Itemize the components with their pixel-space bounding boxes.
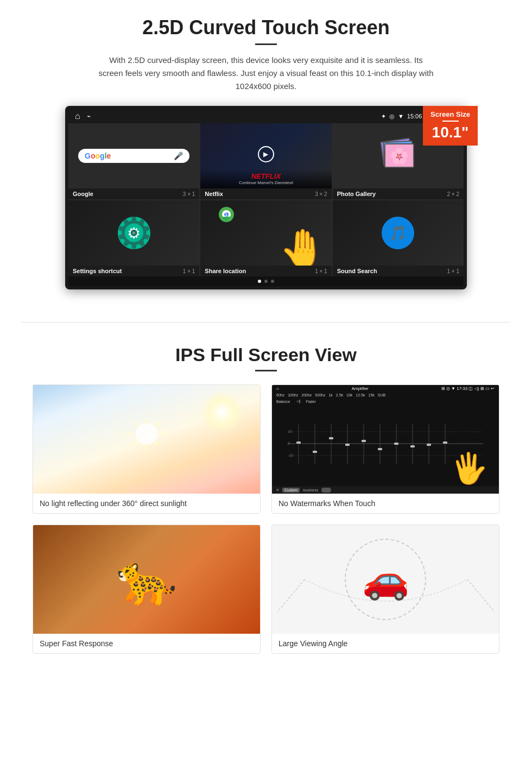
section-divider	[22, 322, 510, 323]
touch-hand-icon: 🖐	[449, 449, 489, 486]
status-bar: ⌂ ⌁ ✦ ◎ ▼ 15:06 ◫ ◁) ⊠ ▭	[68, 109, 464, 123]
car-label: Large Viewing Angle	[272, 634, 499, 653]
dot-3	[271, 280, 274, 283]
gallery-app-name: Photo Gallery	[337, 191, 376, 197]
google-label: Google 3 × 1	[68, 188, 199, 199]
svg-line-13	[135, 441, 139, 445]
settings-label: Settings shortcut 1 × 1	[68, 266, 199, 276]
svg-rect-39	[443, 441, 447, 444]
location-icon: ◎	[389, 113, 395, 120]
amp-home-icon: ⌂	[276, 386, 279, 391]
watermark-label: No Watermarks When Touch	[272, 494, 499, 513]
svg-line-10	[135, 422, 139, 426]
cheetah-label-text: Super Fast Response	[40, 639, 113, 648]
mic-icon: 🎤	[174, 152, 183, 160]
cheetah-icon: 🐆	[116, 551, 177, 608]
settings-bg-icon: ⚙	[115, 208, 154, 258]
sound-app-name: Sound Search	[337, 268, 377, 274]
sun-glow	[200, 390, 244, 434]
settings-thumb: ⚙ ⚙	[68, 200, 199, 266]
google-logo: Google	[85, 152, 111, 160]
device-outer: ⌂ ⌁ ✦ ◎ ▼ 15:06 ◫ ◁) ⊠ ▭	[65, 106, 467, 289]
svg-rect-31	[313, 451, 317, 453]
sound-label: Sound Search 1 × 1	[333, 266, 464, 276]
bluetooth-icon: ✦	[381, 113, 386, 120]
cheetah-label: Super Fast Response	[33, 634, 260, 653]
dot-1	[258, 280, 261, 283]
share-thumb: G 🤚	[200, 200, 331, 266]
settings-app-size: 1 × 1	[183, 268, 195, 274]
app-cell-google: Google 🎤 Google 3 × 1	[68, 123, 199, 199]
g-maps-icon: G	[217, 206, 236, 232]
svg-line-40	[277, 579, 305, 612]
netflix-logo: NETFLIX	[205, 172, 327, 180]
usb-icon: ⌁	[87, 112, 91, 120]
gallery-stack: 🌸	[379, 137, 417, 175]
svg-rect-32	[329, 437, 333, 439]
feature-card-cheetah: 🐆 Super Fast Response	[33, 525, 261, 654]
feature-card-car: 🚗 Large Viewing Angle	[271, 525, 499, 654]
app-cell-netflix: ▶ NETFLIX Continue Marvel's Daredevil Ne…	[200, 123, 331, 199]
badge-title: Screen Size	[430, 110, 470, 118]
sunlight-image	[33, 385, 260, 494]
app-cell-share: G 🤚 Share location 1 × 1	[200, 200, 331, 276]
status-left: ⌂ ⌁	[75, 111, 91, 121]
google-app-name: Google	[73, 191, 93, 197]
section1-description: With 2.5D curved-display screen, this de…	[98, 54, 434, 93]
wifi-icon: ▼	[398, 113, 404, 119]
share-label: Share location 1 × 1	[200, 266, 331, 276]
loudness-toggle[interactable]	[321, 488, 331, 493]
gallery-photo-3: 🌸	[384, 143, 414, 168]
svg-rect-37	[410, 445, 415, 447]
svg-rect-33	[345, 444, 350, 446]
svg-text:0: 0	[288, 441, 290, 445]
amp-status-bar: ⌂ Amplifier ⊞ ◎ ▼ 17:33 ◫ ◁) ⊠ ▭ ↩	[272, 385, 499, 392]
netflix-thumb: ▶ NETFLIX Continue Marvel's Daredevil	[200, 123, 331, 188]
feature-card-watermark: ⌂ Amplifier ⊞ ◎ ▼ 17:33 ◫ ◁) ⊠ ▭ ↩ 60hz1…	[271, 384, 499, 514]
google-search-bar[interactable]: Google 🎤	[78, 149, 189, 163]
app-grid: Google 🎤 Google 3 × 1	[68, 123, 464, 276]
feature-card-sunlight: No light reflecting under 360° direct su…	[33, 384, 261, 514]
section-curved-screen: 2.5D Curved Touch Screen With 2.5D curve…	[0, 0, 532, 306]
cheetah-image: 🐆	[33, 525, 260, 634]
settings-app-name: Settings shortcut	[73, 268, 122, 274]
sunlight-label-text: No light reflecting under 360° direct su…	[40, 499, 187, 508]
amp-controls: Balance ◁) Fader	[272, 398, 499, 405]
volume-control: ◁)	[296, 399, 300, 403]
amp-bottom-bar: « Custom loudness	[272, 486, 499, 494]
netflix-app-size: 3 × 2	[315, 191, 327, 197]
svg-rect-36	[394, 443, 398, 445]
svg-rect-35	[378, 448, 382, 450]
section1-title: 2.5D Curved Touch Screen	[33, 16, 499, 39]
svg-rect-30	[296, 441, 301, 444]
amplifier-screen: ⌂ Amplifier ⊞ ◎ ▼ 17:33 ◫ ◁) ⊠ ▭ ↩ 60hz1…	[272, 385, 499, 494]
badge-divider	[442, 121, 459, 122]
title-divider	[255, 43, 277, 45]
google-thumb: Google 🎤	[68, 123, 199, 188]
app-cell-sound: 🎵 Sound Search 1 × 1	[333, 200, 464, 276]
eq-area: 10 0 -10	[272, 405, 499, 486]
section2-title: IPS Full Screen View	[33, 344, 499, 365]
svg-rect-38	[427, 444, 431, 446]
google-app-size: 3 × 1	[183, 191, 195, 197]
car-label-text: Large Viewing Angle	[278, 639, 347, 648]
balance-label: Balance	[276, 400, 290, 403]
custom-button[interactable]: Custom	[282, 488, 300, 493]
hand-touch-icon: 🤚	[279, 226, 326, 266]
svg-text:10: 10	[288, 430, 292, 433]
sun-rays-icon	[119, 418, 174, 461]
svg-line-12	[154, 422, 158, 426]
loudness-label: loudness	[303, 488, 318, 492]
share-app-name: Share location	[205, 268, 246, 274]
amp-status-icons: ⊞ ◎ ▼ 17:33 ◫ ◁) ⊠ ▭ ↩	[441, 386, 495, 391]
dots-navigation	[68, 276, 464, 286]
dot-2	[264, 280, 268, 283]
play-button[interactable]: ▶	[258, 146, 274, 162]
car-image: 🚗	[272, 525, 499, 634]
section-ips-screen: IPS Full Screen View	[0, 339, 532, 670]
sound-thumb: 🎵	[333, 200, 464, 266]
back-icon: «	[276, 487, 279, 493]
status-time: 15:06	[407, 113, 422, 119]
fader-label: Fader	[306, 400, 316, 403]
share-app-size: 1 × 1	[315, 268, 327, 274]
